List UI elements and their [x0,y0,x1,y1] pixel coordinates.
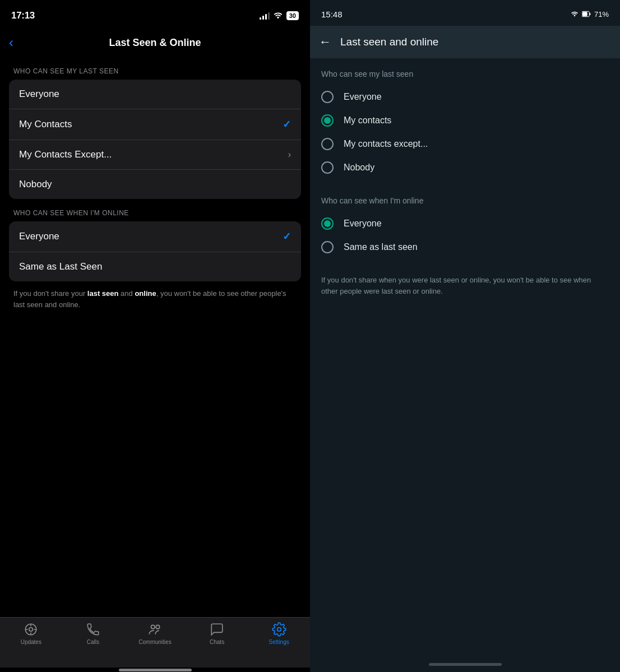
svg-rect-11 [582,12,587,16]
radio-same-as-last-seen-label: Same as last seen [344,242,418,252]
right-section1-label: Who can see my last seen [319,58,611,85]
calls-icon [86,622,100,637]
radio-my-contacts-except-last-seen[interactable]: My contacts except... [319,132,611,156]
svg-point-6 [151,625,155,629]
left-time: 17:13 [11,10,35,21]
radio-circle-my-contacts-last-seen [321,114,334,127]
right-section2-label: Who can see when I'm online [319,185,611,212]
updates-icon [24,622,38,637]
tab-updates[interactable]: Updates [11,622,50,645]
radio-circle-everyone-online [321,217,334,230]
radio-circle-nobody [321,161,334,174]
right-status-bar: 15:48 71% [310,0,620,26]
chevron-icon: › [288,150,291,160]
left-page-title: Last Seen & Online [11,37,299,49]
svg-rect-10 [589,13,590,15]
radio-inner-everyone-online [324,220,331,227]
option-everyone-last-seen[interactable]: Everyone [9,80,301,109]
radio-everyone-last-seen[interactable]: Everyone [319,85,611,109]
signal-icon [260,12,270,20]
wifi-icon [273,11,283,21]
radio-everyone-last-seen-label: Everyone [344,92,382,102]
svg-point-1 [29,628,33,632]
option-same-as-last-seen[interactable]: Same as Last Seen [9,252,301,281]
radio-circle-same-as-last-seen [321,241,334,253]
home-indicator-left [0,668,310,672]
option-everyone-online[interactable]: Everyone ✓ [9,221,301,252]
left-status-bar: 17:13 30 [0,0,310,28]
section2-label: WHO CAN SEE WHEN I'M ONLINE [9,199,301,221]
radio-inner-my-contacts [324,117,331,124]
right-nav-bar: ← Last seen and online [310,26,620,58]
tab-calls-label: Calls [87,639,99,645]
battery-percentage: 71% [594,10,609,18]
tab-communities[interactable]: Communities [135,622,174,645]
right-back-button[interactable]: ← [319,35,331,49]
everyone-online-checkmark: ✓ [283,230,291,243]
option-my-contacts-last-seen[interactable]: My Contacts ✓ [9,109,301,140]
chats-icon [210,622,224,637]
svg-point-7 [156,625,160,629]
left-tabbar: Updates Calls Communities Chats [0,617,310,668]
right-page-title: Last seen and online [340,36,438,48]
tab-settings-label: Settings [269,639,289,645]
left-panel: 17:13 30 ‹ Last Seen & Online WHO CAN SE… [0,0,310,672]
tab-communities-label: Communities [138,639,171,645]
right-content: Who can see my last seen Everyone My con… [310,58,620,656]
home-bar-left [119,669,192,671]
svg-point-8 [277,628,281,632]
right-time: 15:48 [321,10,343,19]
left-content: WHO CAN SEE MY LAST SEEN Everyone My Con… [0,57,310,617]
info-text: If you don't share your last seen and on… [9,281,301,310]
home-bar-right [429,663,502,666]
radio-everyone-online[interactable]: Everyone [319,212,611,235]
radio-my-contacts-except-label: My contacts except... [344,139,428,149]
right-status-icons: 71% [571,10,609,18]
radio-circle-my-contacts-except [321,138,334,150]
home-indicator-right [310,656,620,672]
right-panel: 15:48 71% ← Last seen and online Who can… [310,0,620,672]
radio-my-contacts-last-seen-label: My contacts [344,115,391,126]
option-nobody-label: Nobody [19,179,52,190]
section1-label: WHO CAN SEE MY LAST SEEN [9,57,301,80]
radio-same-as-last-seen[interactable]: Same as last seen [319,235,611,259]
battery-icon-right [582,10,591,18]
left-status-icons: 30 [260,11,299,21]
option-my-contacts-label: My Contacts [19,119,72,130]
my-contacts-checkmark: ✓ [283,118,291,131]
radio-everyone-online-label: Everyone [344,219,382,229]
tab-updates-label: Updates [21,639,41,645]
tab-calls[interactable]: Calls [73,622,113,645]
radio-nobody-label: Nobody [344,163,374,173]
online-options-group: Everyone ✓ Same as Last Seen [9,221,301,281]
left-nav-bar: ‹ Last Seen & Online [0,28,310,57]
option-my-contacts-except-label: My Contacts Except... [19,149,112,160]
radio-circle-everyone-last-seen [321,91,334,103]
radio-nobody-last-seen[interactable]: Nobody [319,156,611,179]
wifi-icon-right [571,10,579,18]
tab-settings[interactable]: Settings [260,622,299,645]
option-everyone-label: Everyone [19,89,59,100]
option-same-as-last-seen-label: Same as Last Seen [19,261,102,272]
settings-icon [272,622,286,637]
option-everyone-online-label: Everyone [19,231,59,242]
right-info-text: If you don't share when you were last se… [319,268,611,303]
battery-icon: 30 [286,11,299,20]
last-seen-options-group: Everyone My Contacts ✓ My Contacts Excep… [9,80,301,199]
option-nobody-last-seen[interactable]: Nobody [9,170,301,199]
radio-my-contacts-last-seen[interactable]: My contacts [319,109,611,132]
tab-chats-label: Chats [210,639,224,645]
back-button[interactable]: ‹ [9,35,13,50]
option-my-contacts-except-last-seen[interactable]: My Contacts Except... › [9,140,301,170]
tab-chats[interactable]: Chats [197,622,237,645]
communities-icon [147,622,162,637]
